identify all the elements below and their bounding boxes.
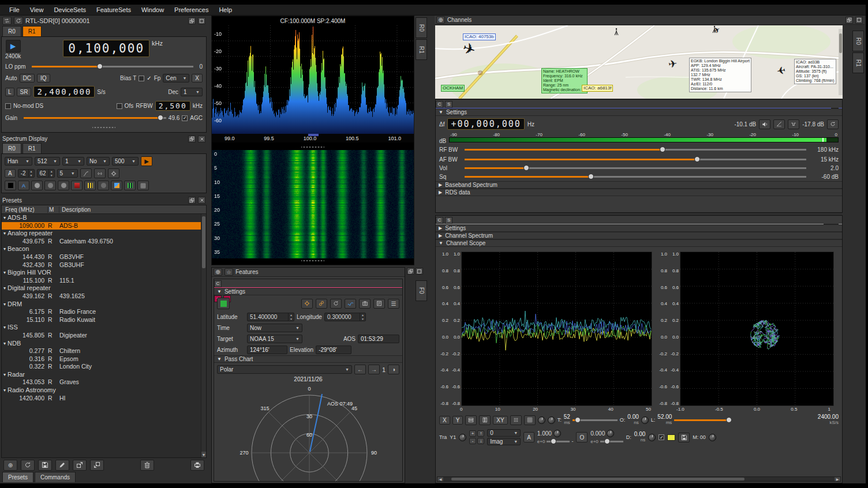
scroll-left-icon[interactable]: ◀ [437,477,443,481]
max-hold-button[interactable] [44,181,56,190]
aircraft-label[interactable]: ICAO: 40753b [463,33,496,40]
group-expand-icon[interactable]: ▾ [2,284,8,292]
preset-row[interactable]: ▾ Radio Astronomy [2,386,206,395]
grid-color-button[interactable] [124,181,136,190]
start-stop-button[interactable]: ▶ [6,40,21,52]
fft-window-select[interactable]: Han▼ [5,157,32,166]
shrink-icon[interactable] [845,17,853,24]
update-preset-button[interactable] [21,460,35,471]
column-mode[interactable]: M [48,207,59,213]
scrollbar-thumb[interactable] [451,478,745,481]
spectrum-play-button[interactable]: ▶ [141,156,152,166]
spectrum-plot[interactable]: -10-20-30-40-50-60 [212,25,414,134]
markers-button[interactable] [94,168,106,178]
averaging-select[interactable]: 1▼ [62,157,84,166]
agc-checkbox[interactable]: ✓ [182,115,188,121]
annotations-button[interactable]: A [5,169,16,178]
slider-handle[interactable] [575,417,581,423]
invert-waterfall-button[interactable] [111,181,122,190]
commands-tab[interactable]: Commands [35,472,76,482]
menu-item[interactable]: Preferences [170,5,213,14]
screenshot-button[interactable] [359,299,371,309]
current-trace-button[interactable] [58,181,69,190]
preset-row[interactable]: ▾ Digital repeater [2,284,206,292]
offset-exp-slider[interactable] [600,438,623,445]
close-icon[interactable] [198,136,205,142]
export-preset-button[interactable] [73,460,87,471]
trace-length-slider[interactable] [674,416,729,424]
trace-intensity-dial[interactable] [538,416,545,424]
preset-row[interactable]: ▾ 0.316 R Epsom [2,355,206,363]
shrink-icon[interactable] [407,268,414,275]
preset-row[interactable]: ▾ ADS-B [2,214,206,222]
slider-handle[interactable] [97,63,103,69]
fft-size-select[interactable]: 512▼ [35,157,60,166]
target-select[interactable]: NOAA 15▼ [247,335,302,343]
adsb-map[interactable]: ✈ ✈ ✈ ✈ ◎ ICAO: 40753b Name: HEATHROWFre… [435,25,843,99]
waterfall[interactable]: 05101520253035 [212,150,414,258]
channel-marker[interactable] [308,134,319,136]
autoscale-button[interactable]: A [523,432,534,442]
aircraft-info-box[interactable]: ICAO: ad33BAircraft: PA-31-310...Altitud… [794,59,836,84]
chart-type-select[interactable]: Polar▼ [217,365,352,374]
s-button[interactable]: S [445,217,452,224]
trace-view-checkbox[interactable]: ✓ [659,434,664,440]
ndb-info-box[interactable]: Name: HEATHROWFrequency: 316.0 kHzIdent:… [541,68,588,93]
squelch-slider[interactable] [465,173,806,181]
decimation-select[interactable]: 1▼ [181,88,203,96]
vor-label[interactable]: OCKHAM [441,85,465,92]
workspace-tab-r0[interactable]: R0 [416,17,427,38]
trace-up-button[interactable]: ↑ [477,430,484,437]
vertical-layout-button[interactable] [479,415,491,425]
tab-r0[interactable]: R0 [2,143,21,153]
add-feature-icon[interactable]: ⊕ [214,268,222,276]
preset-row[interactable]: ▾ 6.175 R Radio France [2,308,206,316]
group-expand-icon[interactable]: ▾ [2,371,8,379]
column-freq[interactable]: Freq (MHz) [2,207,48,213]
slider-handle[interactable] [604,438,610,444]
averaging-mode-select[interactable]: No▼ [87,157,110,166]
projection-select[interactable]: Imag▼ [487,438,521,445]
horizontal-layout-button[interactable] [465,415,477,425]
preset-row[interactable]: ▾ ISS [2,324,206,332]
preset-row[interactable]: ▾ 115.100 R 115.1 [2,277,206,285]
pass-chart-section-bar[interactable]: ▼Pass Chart [214,355,402,363]
preset-row[interactable]: ▾ 1090.000 R ADS-B [2,222,206,230]
sample-rate-display[interactable]: 2,400,000 [33,86,95,97]
latitude-input[interactable]: 51.400000▲▼ [247,313,294,321]
maximize-icon[interactable] [855,17,863,24]
audio-feedback-button[interactable] [827,119,839,129]
shrink-icon[interactable] [188,136,196,142]
slider-handle[interactable] [158,115,163,121]
load-preset-button[interactable] [190,460,204,471]
trace-down-button[interactable]: ↓ [477,438,484,444]
scope-trace-display[interactable] [461,251,652,406]
slider-handle[interactable] [726,417,732,423]
calibration-curve-button[interactable] [80,168,92,178]
scroll-down-icon[interactable]: ▼ [201,452,206,457]
group-expand-icon[interactable]: ▾ [2,230,8,238]
trace-select-dial[interactable] [459,434,466,441]
preset-row[interactable]: ▾ DRM [2,301,206,309]
refresh-button[interactable] [330,299,342,309]
workspace-tab-f0[interactable]: F0 [416,280,427,301]
histogram-button[interactable]: A [18,181,29,190]
menu-item[interactable]: Window [137,5,169,14]
offset-dial[interactable] [607,430,614,437]
dc-button[interactable]: DC [20,74,35,82]
link-button[interactable] [316,299,327,309]
delete-preset-button[interactable] [140,460,154,471]
settings-section-bar[interactable]: ▼Settings [436,108,842,116]
gradient-button[interactable] [31,181,43,190]
menu-item[interactable]: View [25,5,48,14]
s-button[interactable]: S [445,101,452,108]
preset-row[interactable]: ▾ 143.053 R Graves [2,378,206,386]
close-icon[interactable] [198,197,205,204]
group-expand-icon[interactable]: ▾ [2,386,8,395]
map-scrollbar[interactable] [839,29,843,95]
longitude-input[interactable]: 0.300000▲▼ [324,313,366,321]
c-button[interactable]: C [436,217,443,224]
waterfall-palette-button[interactable] [71,181,83,190]
tab-r1[interactable]: R1 [23,143,42,153]
mute-button[interactable] [759,119,770,129]
